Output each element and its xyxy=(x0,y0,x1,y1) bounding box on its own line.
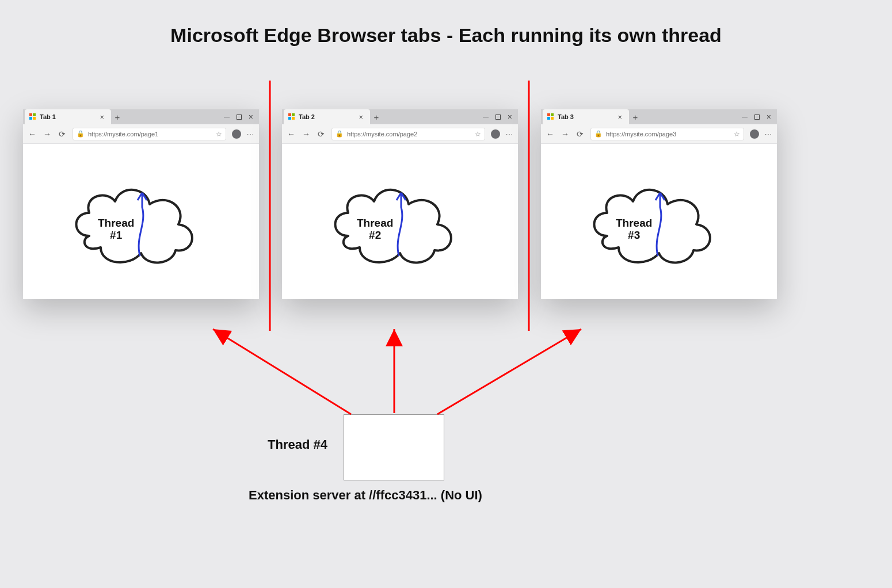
more-menu-icon[interactable]: ··· xyxy=(247,130,254,138)
browser-window-3: Tab 3 × + × ← → ⟳ 🔒 https://mysite.com/p… xyxy=(541,109,777,299)
toolbar: ← → ⟳ 🔒 https://mysite.com/page3 ☆ ··· xyxy=(541,124,777,144)
titlebar: Tab 3 × + × xyxy=(541,109,777,124)
browser-tab[interactable]: Tab 1 × xyxy=(25,109,111,124)
back-icon[interactable]: ← xyxy=(287,129,296,139)
page-content: Thread#2 xyxy=(282,144,518,299)
reload-icon[interactable]: ⟳ xyxy=(317,129,326,139)
favicon-icon xyxy=(288,113,295,120)
maximize-icon[interactable] xyxy=(237,114,242,120)
browser-tab[interactable]: Tab 3 × xyxy=(543,109,629,124)
extension-thread-label: Thread #4 xyxy=(268,437,327,452)
tab-close-icon[interactable]: × xyxy=(615,113,624,121)
favorite-icon[interactable]: ☆ xyxy=(475,130,481,138)
back-icon[interactable]: ← xyxy=(546,129,555,139)
extension-caption: Extension server at //ffcc3431... (No UI… xyxy=(249,488,482,503)
reload-icon[interactable]: ⟳ xyxy=(58,129,67,139)
tab-label: Tab 2 xyxy=(299,113,353,120)
favorite-icon[interactable]: ☆ xyxy=(734,130,740,138)
favorite-icon[interactable]: ☆ xyxy=(216,130,222,138)
extension-server-box xyxy=(344,414,444,480)
maximize-icon[interactable] xyxy=(754,114,760,120)
new-tab-button[interactable]: + xyxy=(111,109,124,124)
thread-label: Thread#3 xyxy=(616,217,652,242)
tab-label: Tab 3 xyxy=(558,113,612,120)
url-text: https://mysite.com/page1 xyxy=(88,131,212,138)
forward-icon[interactable]: → xyxy=(561,129,570,139)
thread-cloud-icon: Thread#3 xyxy=(584,173,734,273)
titlebar: Tab 2 × + × xyxy=(282,109,518,124)
url-text: https://mysite.com/page2 xyxy=(347,131,471,138)
forward-icon[interactable]: → xyxy=(43,129,52,139)
tab-close-icon[interactable]: × xyxy=(356,113,365,121)
window-close-icon[interactable]: × xyxy=(249,112,253,121)
browser-tab[interactable]: Tab 2 × xyxy=(284,109,370,124)
thread-label: Thread#1 xyxy=(98,217,134,242)
thread-label: Thread#2 xyxy=(357,217,393,242)
new-tab-button[interactable]: + xyxy=(370,109,383,124)
thread-cloud-icon: Thread#1 xyxy=(66,173,216,273)
page-content: Thread#3 xyxy=(541,144,777,299)
more-menu-icon[interactable]: ··· xyxy=(506,130,513,138)
profile-avatar-icon[interactable] xyxy=(232,129,241,139)
address-bar[interactable]: 🔒 https://mysite.com/page1 ☆ xyxy=(73,128,226,140)
page-content: Thread#1 xyxy=(23,144,259,299)
maximize-icon[interactable] xyxy=(495,114,501,120)
minimize-icon[interactable] xyxy=(224,117,230,117)
window-close-icon[interactable]: × xyxy=(767,112,771,121)
browser-window-1: Tab 1 × + × ← → ⟳ 🔒 https://mysite.com/p… xyxy=(23,109,259,299)
browser-window-2: Tab 2 × + × ← → ⟳ 🔒 https://mysite.com/p… xyxy=(282,109,518,299)
forward-icon[interactable]: → xyxy=(302,129,311,139)
lock-icon: 🔒 xyxy=(594,130,603,138)
tab-close-icon[interactable]: × xyxy=(97,113,106,121)
window-close-icon[interactable]: × xyxy=(508,112,512,121)
titlebar: Tab 1 × + × xyxy=(23,109,259,124)
more-menu-icon[interactable]: ··· xyxy=(765,130,772,138)
toolbar: ← → ⟳ 🔒 https://mysite.com/page1 ☆ ··· xyxy=(23,124,259,144)
lock-icon: 🔒 xyxy=(336,130,344,138)
lock-icon: 🔒 xyxy=(77,130,85,138)
favicon-icon xyxy=(547,113,554,120)
toolbar: ← → ⟳ 🔒 https://mysite.com/page2 ☆ ··· xyxy=(282,124,518,144)
profile-avatar-icon[interactable] xyxy=(491,129,500,139)
thread-cloud-icon: Thread#2 xyxy=(325,173,475,273)
tab-label: Tab 1 xyxy=(40,113,94,120)
minimize-icon[interactable] xyxy=(483,117,489,117)
new-tab-button[interactable]: + xyxy=(629,109,642,124)
svg-line-4 xyxy=(437,329,581,414)
address-bar[interactable]: 🔒 https://mysite.com/page2 ☆ xyxy=(331,128,485,140)
minimize-icon[interactable] xyxy=(742,117,748,117)
back-icon[interactable]: ← xyxy=(28,129,37,139)
reload-icon[interactable]: ⟳ xyxy=(575,129,585,139)
favicon-icon xyxy=(29,113,36,120)
diagram-title: Microsoft Edge Browser tabs - Each runni… xyxy=(0,24,892,47)
svg-line-2 xyxy=(213,329,351,414)
url-text: https://mysite.com/page3 xyxy=(606,131,730,138)
address-bar[interactable]: 🔒 https://mysite.com/page3 ☆ xyxy=(590,128,744,140)
profile-avatar-icon[interactable] xyxy=(750,129,759,139)
